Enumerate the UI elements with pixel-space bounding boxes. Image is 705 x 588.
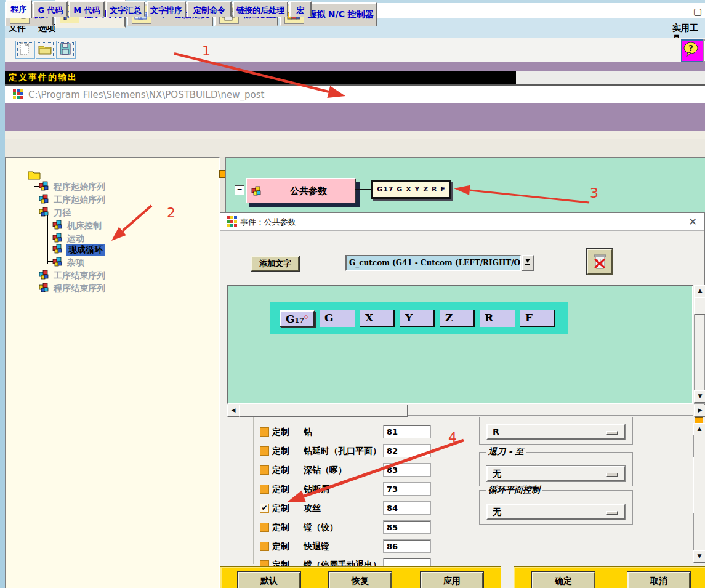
custom-checkbox-checked[interactable]: ✔ xyxy=(260,504,269,513)
cycle-code-input[interactable] xyxy=(384,425,430,438)
custom-checkbox[interactable] xyxy=(260,465,269,475)
vscroll-thumb[interactable] xyxy=(693,457,705,513)
cycle-row-bore: 定制 镗（铰） xyxy=(220,522,479,535)
common-params-label: 公共参数 xyxy=(262,185,355,197)
node-cube-icon xyxy=(39,194,49,204)
subtab-macro[interactable]: 宏 xyxy=(289,1,312,17)
drop-arrow-icon xyxy=(524,256,531,267)
node-cube-icon xyxy=(52,244,62,254)
node-cube-icon xyxy=(39,207,49,217)
dialog-title-bar: 事件 : 公共参数 ✕ xyxy=(220,213,704,231)
cycle-row-drill-break-chip: 定制 钻断屑 xyxy=(220,483,479,497)
subtab-linked-posts[interactable]: 链接的后处理 xyxy=(233,1,288,17)
custom-checkbox[interactable] xyxy=(260,485,269,494)
scroll-up-icon[interactable]: ▲ xyxy=(693,423,705,435)
cycle-code-input[interactable] xyxy=(384,464,430,476)
event-tree-panel: 程序起始序列 工序起始序列 刀径 机床控制 运动 现成循环 杂项 工序结束序列 … xyxy=(5,157,220,588)
word-block-g[interactable]: G xyxy=(320,310,355,327)
word-block-g17[interactable]: G17◇ xyxy=(280,310,315,327)
retract-to-dropdown[interactable]: 无 xyxy=(486,466,625,481)
subtab-program[interactable]: 程序 xyxy=(6,0,32,18)
post-path-row: C:\Program Files\Siemens\NX\POSTBUILD\ne… xyxy=(5,86,705,103)
tree-item-motion[interactable]: 运动 xyxy=(67,233,84,244)
node-cube-icon xyxy=(39,270,49,280)
cycle-code-input[interactable] xyxy=(384,483,430,495)
cycle-code-input[interactable] xyxy=(384,540,430,552)
scroll-left-icon[interactable]: ◀ xyxy=(227,405,240,417)
subtab-word-sequencing[interactable]: 文字排序 xyxy=(147,1,186,17)
cycle-code-input[interactable] xyxy=(384,521,430,533)
output-preview-block[interactable]: G17 G X Y Z R F xyxy=(371,180,451,199)
delete-word-button[interactable] xyxy=(587,249,613,275)
hscroll-thumb[interactable] xyxy=(239,405,408,417)
scroll-right-icon[interactable]: ▶ xyxy=(694,405,705,417)
tree-item-toolpath[interactable]: 刀径 xyxy=(54,207,71,219)
option-menu-indicator-icon xyxy=(606,511,618,515)
word-block-y[interactable]: Y xyxy=(400,310,435,327)
add-word-button[interactable]: 添加文字 xyxy=(251,256,299,271)
vscroll-thumb[interactable] xyxy=(694,297,705,315)
new-file-button[interactable] xyxy=(15,41,35,59)
tree-item-operation-end[interactable]: 工序结束序列 xyxy=(54,270,105,281)
tree-item-program-start[interactable]: 程序起始序列 xyxy=(54,182,105,193)
dialog-close-icon[interactable]: ✕ xyxy=(686,215,699,228)
modified-marker-icon: ◇ xyxy=(304,313,308,320)
cursor-tool-button[interactable] xyxy=(703,39,705,62)
connector-line xyxy=(355,189,371,190)
trash-icon xyxy=(589,251,610,272)
rapid-to-dropdown[interactable]: R xyxy=(486,424,625,440)
word-block-f[interactable]: F xyxy=(520,310,555,327)
toolbar: ? xyxy=(5,38,705,62)
cycle-code-input[interactable] xyxy=(384,502,430,514)
save-file-button[interactable] xyxy=(56,41,76,59)
word-block-r[interactable]: R xyxy=(480,310,515,327)
ok-button[interactable]: 确定 xyxy=(532,572,595,588)
tree-item-operation-start[interactable]: 工序起始序列 xyxy=(54,195,105,206)
minimize-button[interactable]: — xyxy=(662,7,680,18)
word-block-x[interactable]: X xyxy=(360,310,395,327)
subtab-custom-command[interactable]: 定制命令 xyxy=(187,1,232,17)
custom-checkbox[interactable] xyxy=(260,542,269,551)
divider-band xyxy=(5,62,705,71)
app-window: NX/后处理构造器 版本 1855.0 - 许可证控制 — ▢ 文件 选项 实用… xyxy=(0,0,705,588)
cycle-code-input[interactable] xyxy=(384,445,430,457)
tree-item-canned-cycles[interactable]: 现成循环 xyxy=(66,244,105,256)
custom-checkbox[interactable] xyxy=(260,523,269,532)
node-cube-icon xyxy=(39,181,49,191)
collapse-toggle[interactable]: − xyxy=(235,185,244,195)
scroll-up-icon[interactable]: ▲ xyxy=(694,285,705,297)
folder-icon xyxy=(28,169,41,180)
default-button[interactable]: 默认 xyxy=(238,572,300,588)
scroll-down-icon[interactable]: ▼ xyxy=(694,390,705,403)
word-block-z[interactable]: Z xyxy=(440,310,475,327)
word-dropdown-arrow-button[interactable] xyxy=(522,255,534,271)
subtab-word-summary[interactable]: 文字汇总 xyxy=(106,1,145,17)
cycle-row-bore-drag: 定制 快退镗 xyxy=(220,541,479,554)
common-params-block[interactable]: 公共参数 xyxy=(246,178,356,203)
node-cube-icon xyxy=(39,283,49,292)
tree-item-program-end[interactable]: 程序结束序列 xyxy=(54,283,105,294)
cycle-row-drill-dwell: 定制 钻延时（孔口平面） xyxy=(220,445,479,459)
context-help-button[interactable]: ? xyxy=(681,39,704,62)
tree-item-machine-control[interactable]: 机床控制 xyxy=(67,220,102,232)
word-dropdown-value[interactable]: G_cutcom (G41 - Cutcom (LEFT/RIGHT/OFF)) xyxy=(345,255,521,271)
group-retract-to: 退刀 - 至 无 xyxy=(479,452,633,486)
custom-checkbox[interactable] xyxy=(260,427,269,437)
option-menu-indicator-icon xyxy=(606,431,618,435)
apply-button[interactable]: 应用 xyxy=(421,572,483,588)
restore-button[interactable]: 恢复 xyxy=(329,572,392,588)
maximize-button[interactable]: ▢ xyxy=(688,7,705,18)
event-common-params-dialog: 事件 : 公共参数 ✕ 添加文字 G_cutcom (G41 - Cutcom … xyxy=(220,212,705,417)
custom-checkbox[interactable] xyxy=(260,446,269,456)
cycle-plane-dropdown[interactable]: 无 xyxy=(486,504,625,520)
cycle-row-drill: 定制 钻 xyxy=(220,426,479,440)
open-file-button[interactable] xyxy=(36,41,55,59)
tree-item-misc[interactable]: 杂项 xyxy=(67,257,84,268)
scroll-down-icon[interactable]: ▼ xyxy=(693,550,705,563)
subtab-g-codes[interactable]: G 代码 xyxy=(33,1,68,17)
subtab-band xyxy=(5,139,705,157)
subtab-m-codes[interactable]: M 代码 xyxy=(69,1,105,17)
canned-cycle-panel: 定制 钻 定制 钻延时（孔口平面） 定制 深钻（啄） 定制 钻断屑 ✔ 定制 攻… xyxy=(220,416,705,588)
post-file-path: C:\Program Files\Siemens\NX\POSTBUILD\ne… xyxy=(28,89,264,100)
cancel-button[interactable]: 取消 xyxy=(627,572,690,588)
